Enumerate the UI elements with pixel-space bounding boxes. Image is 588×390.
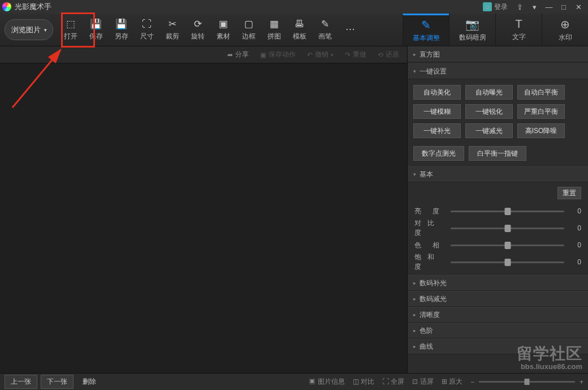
slider-亮　度[interactable]: 亮 度0 (414, 203, 581, 220)
caret-icon: ▸ (413, 312, 416, 318)
prev-button[interactable]: 上一张 (5, 375, 37, 389)
caret-icon: ▸ (413, 280, 416, 286)
share-button[interactable]: ➦分享 (223, 48, 253, 61)
适屏-icon: ⊡ (412, 378, 418, 385)
dropdown-button[interactable]: ▾ (527, 1, 542, 12)
panel-清晰度[interactable]: ▸清晰度 (408, 307, 588, 323)
quick-一键减光[interactable]: 一键减光 (465, 123, 513, 138)
face-icon: ☺ (483, 2, 492, 11)
tool-保存[interactable]: 💾保存 (83, 14, 109, 46)
caret-icon: ▸ (413, 328, 416, 333)
restore-icon: ⟲ (378, 51, 383, 59)
tool-画笔[interactable]: ✎画笔 (312, 14, 338, 46)
reset-button[interactable]: 重置 (557, 187, 581, 199)
tool-裁剪[interactable]: ✂裁剪 (159, 14, 185, 46)
caret-icon: ▸ (413, 296, 416, 302)
tab-水印[interactable]: ⊕水印 (542, 14, 588, 46)
slider-thumb[interactable] (504, 242, 511, 249)
tool-icon: ⬚ (66, 18, 75, 30)
tool-素材[interactable]: ▣素材 (210, 14, 236, 46)
tool-打开[interactable]: ⬚打开 (58, 14, 83, 46)
quick-自动美化[interactable]: 自动美化 (413, 85, 461, 100)
tool-icon: ⛶ (142, 19, 152, 30)
undo-button[interactable]: ↶撤销▾ (302, 48, 338, 61)
panel-quick[interactable]: ▾一键设置 (408, 63, 588, 79)
quick-数字点测光[interactable]: 数字点测光 (413, 146, 464, 161)
对比-icon: ◫ (353, 378, 359, 385)
tab-数码暗房[interactable]: 📷数码暗房 (449, 14, 495, 46)
quick-自动曝光[interactable]: 自动曝光 (465, 85, 513, 100)
canvas-area[interactable] (0, 63, 407, 373)
maximize-button[interactable]: □ (556, 1, 571, 12)
slider-thumb[interactable] (504, 259, 511, 266)
quick-一键锐化[interactable]: 一键锐化 (465, 104, 513, 119)
tool-icon: ⟳ (194, 18, 202, 30)
view-图片信息[interactable]: ▣ 图片信息 (309, 377, 344, 387)
view-适屏[interactable]: ⊡ 适屏 (412, 377, 433, 387)
slider-对 比 度[interactable]: 对 比 度0 (414, 220, 581, 237)
pin-button[interactable]: ⇪ (512, 1, 527, 12)
app-logo (2, 2, 11, 11)
quick-一键模糊[interactable]: 一键模糊 (413, 104, 461, 119)
tool-more[interactable]: ⋯ (338, 14, 363, 46)
app-title: 光影魔术手 (15, 2, 51, 12)
panel-数码补光[interactable]: ▸数码补光 (408, 275, 588, 291)
tab-文字[interactable]: T文字 (495, 14, 542, 46)
tool-icon: ▣ (219, 18, 228, 30)
view-全屏[interactable]: ⛶ 全屏 (382, 377, 404, 387)
slider-thumb[interactable] (504, 225, 511, 232)
minimize-button[interactable]: — (542, 1, 556, 12)
quick-严重白平衡[interactable]: 严重白平衡 (517, 104, 565, 119)
panel-曲线[interactable]: ▸曲线 (408, 338, 588, 354)
undo-icon: ↶ (307, 51, 313, 59)
browse-button[interactable]: 浏览图片▾ (5, 19, 53, 40)
quick-白平衡一指键[interactable]: 白平衡一指键 (469, 146, 526, 161)
tool-icon: ⋯ (345, 23, 355, 35)
tool-icon: ✎ (321, 18, 329, 30)
zoom-slider[interactable]: − + (470, 378, 583, 386)
tab-icon: ⊕ (560, 18, 570, 31)
caret-down-icon: ▾ (413, 172, 416, 177)
tool-旋转[interactable]: ⟳旋转 (185, 14, 210, 46)
redo-button[interactable]: ↷重做 (340, 48, 371, 61)
save-action-icon: ▣ (260, 51, 266, 59)
restore-button[interactable]: ⟲还原 (373, 48, 404, 61)
close-button[interactable]: ✕ (571, 1, 586, 12)
tool-边框[interactable]: ▢边框 (236, 14, 261, 46)
view-对比[interactable]: ◫ 对比 (353, 377, 374, 387)
caret-icon: ▸ (413, 52, 416, 57)
delete-button[interactable]: 删除 (77, 375, 102, 388)
图片信息-icon: ▣ (309, 378, 315, 385)
panel-basic[interactable]: ▾基本 (408, 166, 588, 182)
tab-基本调整[interactable]: ✎基本调整 (403, 14, 449, 46)
tool-拼图[interactable]: ▦拼图 (261, 14, 287, 46)
panel-数码减光[interactable]: ▸数码减光 (408, 291, 588, 307)
save-action-button[interactable]: ▣保存动作 (256, 48, 300, 61)
tool-icon: ✂ (168, 18, 176, 30)
share-icon: ➦ (227, 51, 233, 59)
panel-histogram[interactable]: ▸直方图 (408, 46, 588, 62)
chevron-down-icon: ▾ (44, 27, 47, 33)
tool-icon: 💾 (90, 18, 102, 30)
caret-down-icon: ▾ (413, 68, 416, 74)
login-button[interactable]: ☺ 登录 (483, 2, 508, 12)
原大-icon: ⊞ (442, 378, 447, 385)
tool-模板[interactable]: 🖶模板 (287, 14, 312, 46)
redo-icon: ↷ (345, 51, 351, 59)
slider-色　相[interactable]: 色 相0 (414, 237, 581, 254)
tab-icon: 📷 (465, 18, 479, 31)
view-原大[interactable]: ⊞ 原大 (442, 377, 462, 387)
tool-另存[interactable]: 💾另存 (109, 14, 134, 46)
next-button[interactable]: 下一张 (41, 375, 74, 389)
tab-icon: ✎ (421, 18, 431, 32)
slider-thumb[interactable] (504, 208, 511, 215)
quick-高ISO降噪[interactable]: 高ISO降噪 (517, 123, 565, 138)
tool-尺寸[interactable]: ⛶尺寸 (134, 14, 159, 46)
tool-icon: 🖶 (295, 19, 304, 30)
panel-色阶[interactable]: ▸色阶 (408, 323, 588, 338)
tab-icon: T (515, 18, 522, 31)
slider-饱 和 度[interactable]: 饱 和 度0 (414, 254, 581, 271)
quick-一键补光[interactable]: 一键补光 (413, 123, 461, 138)
quick-自动白平衡[interactable]: 自动白平衡 (517, 85, 565, 100)
tool-icon: ▢ (244, 18, 253, 30)
